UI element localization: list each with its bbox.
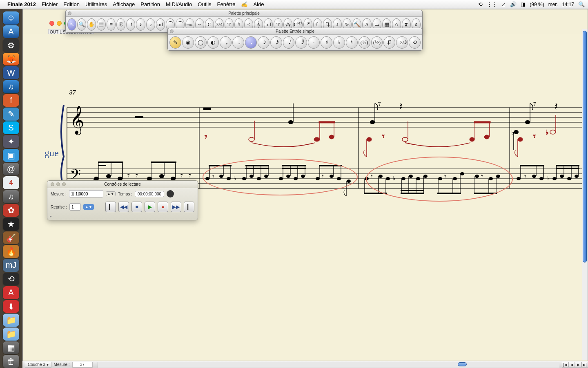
palette-main-title[interactable]: Palette principale bbox=[66, 10, 422, 17]
main-tool-4[interactable]: ≡ bbox=[107, 18, 116, 31]
rewind-button[interactable]: ◀◀ bbox=[118, 202, 129, 212]
simple-tool-15[interactable]: (½) bbox=[359, 36, 370, 49]
palette-simple-title[interactable]: Palette Entrée simple bbox=[168, 28, 422, 35]
palette-simple-close-icon[interactable] bbox=[170, 29, 174, 33]
menu-aide[interactable]: Aide bbox=[253, 1, 264, 7]
dock-app-6[interactable]: ▦ bbox=[3, 341, 19, 355]
simple-tool-13[interactable]: ♭ bbox=[333, 36, 345, 49]
simple-tool-5[interactable]: 𝅗𝅥 bbox=[232, 36, 244, 49]
hscroll-thumb[interactable] bbox=[458, 362, 467, 366]
main-tool-9[interactable]: mf bbox=[156, 18, 165, 31]
simple-tool-17[interactable]: ⇵ bbox=[383, 36, 395, 49]
clock-icon[interactable] bbox=[167, 190, 174, 197]
main-tool-6[interactable]: 𝄽 bbox=[126, 18, 135, 31]
dock-folder-1[interactable]: 📁 bbox=[3, 314, 19, 327]
menu-edition[interactable]: Edition bbox=[63, 1, 80, 7]
simple-tool-19[interactable]: ⟲ bbox=[409, 36, 421, 49]
dock-firefox[interactable]: 🦊 bbox=[3, 53, 19, 66]
main-tool-3[interactable]: 𝄚 bbox=[97, 18, 106, 31]
simple-tool-11[interactable]: · bbox=[308, 36, 320, 49]
playback-close-icon[interactable] bbox=[51, 182, 54, 186]
dock-musescore[interactable]: mJ bbox=[3, 259, 19, 272]
record-button[interactable]: ● bbox=[158, 202, 168, 212]
simple-tool-18[interactable]: 3/𝅘𝅥𝅮 bbox=[396, 36, 408, 49]
menu-fichier[interactable]: Fichier bbox=[42, 1, 58, 7]
wifi-icon[interactable]: ⊿ bbox=[501, 1, 506, 7]
window-close-icon[interactable] bbox=[49, 21, 54, 26]
dock-contacts[interactable]: @ bbox=[3, 163, 19, 176]
measure-input[interactable] bbox=[69, 190, 103, 197]
dock-acrobat[interactable]: A bbox=[3, 286, 19, 299]
status-measure-value[interactable]: 37 bbox=[72, 362, 93, 368]
main-tool-8[interactable]: 𝆔 bbox=[146, 18, 155, 31]
menu-script[interactable]: ✍ bbox=[241, 1, 247, 7]
dock-safari[interactable]: ✦ bbox=[3, 135, 19, 148]
dock-word[interactable]: W bbox=[3, 66, 19, 79]
page-prev-icon[interactable]: ◀ bbox=[568, 362, 575, 368]
playback-min-icon[interactable] bbox=[56, 182, 60, 186]
to-end-button[interactable]: ▎ bbox=[184, 202, 194, 212]
dock-photo[interactable]: ✿ bbox=[3, 204, 19, 217]
playback-title[interactable]: Contrôles de lecture bbox=[47, 181, 198, 188]
simple-tool-12[interactable]: ♯ bbox=[321, 36, 332, 49]
main-tool-2[interactable]: ✋ bbox=[87, 18, 96, 31]
dock-finale[interactable]: f bbox=[3, 94, 19, 107]
menu-fenetre[interactable]: Fenêtre bbox=[217, 1, 236, 7]
simple-tool-3[interactable]: ◐ bbox=[207, 36, 219, 49]
simple-tool-1[interactable]: ◉ bbox=[182, 36, 194, 49]
dock-calendar[interactable]: 4 bbox=[3, 176, 19, 189]
palette-main-close-icon[interactable] bbox=[68, 11, 71, 15]
dock-app-1[interactable]: ✎ bbox=[3, 108, 19, 121]
main-tool-1[interactable]: 🔍 bbox=[77, 18, 86, 31]
menu-affichage[interactable]: Affichage bbox=[113, 1, 135, 7]
dock-settings[interactable]: ⚙ bbox=[3, 39, 19, 52]
to-start-button[interactable]: ▎ bbox=[105, 202, 116, 212]
playback-controls[interactable]: Contrôles de lecture Mesure : ▲▼ Temps :… bbox=[47, 180, 198, 220]
dock-app-4[interactable]: 🎸 bbox=[3, 231, 19, 245]
simple-tool-7[interactable]: 𝅘𝅥𝅮 bbox=[258, 36, 270, 49]
simple-tool-9[interactable]: 𝅘𝅥𝅰 bbox=[283, 36, 295, 49]
palette-simple[interactable]: Palette Entrée simple ✎◉|◯|◐𝅗𝅗𝅥𝅘𝅥𝅘𝅥𝅮𝅘𝅥𝅯𝅘… bbox=[167, 28, 423, 51]
dock-finder[interactable]: ☺ bbox=[3, 11, 19, 25]
window-minimize-icon[interactable] bbox=[57, 21, 62, 26]
battery-icon[interactable]: ◨ bbox=[521, 1, 526, 7]
dock-skype[interactable]: S bbox=[3, 121, 19, 135]
spotlight-icon[interactable]: 🔍 bbox=[578, 1, 585, 7]
menu-midi-audio[interactable]: MIDI/Audio bbox=[166, 1, 192, 7]
page-next-icon[interactable]: ▶ bbox=[575, 362, 581, 368]
volume-icon[interactable]: 🔊 bbox=[510, 1, 517, 7]
dock-itunes[interactable]: ♫ bbox=[3, 80, 19, 93]
dock-trash[interactable]: 🗑 bbox=[3, 355, 19, 368]
simple-tool-2[interactable]: |◯| bbox=[195, 36, 207, 49]
reprise-input[interactable] bbox=[69, 203, 81, 211]
dock-app-3[interactable]: ★ bbox=[3, 218, 19, 231]
simple-tool-10[interactable]: 𝅘𝅥𝅱 bbox=[295, 36, 307, 49]
simple-tool-8[interactable]: 𝅘𝅥𝅯 bbox=[270, 36, 282, 49]
vertical-scrollbar[interactable] bbox=[582, 29, 588, 360]
clock-history-icon[interactable]: ⟲ bbox=[478, 1, 483, 7]
vscroll-thumb[interactable] bbox=[583, 31, 587, 263]
simple-tool-6[interactable]: 𝅘𝅥 bbox=[245, 36, 257, 49]
page-first-icon[interactable]: |◀ bbox=[562, 362, 568, 368]
main-tool-0[interactable]: ↖ bbox=[67, 18, 76, 31]
menubar-time[interactable]: 14:17 bbox=[562, 2, 574, 7]
main-tool-5[interactable]: 𝄡 bbox=[116, 18, 125, 31]
dock-app-5[interactable]: 🔥 bbox=[3, 245, 19, 258]
horizontal-scrollbar[interactable] bbox=[98, 362, 560, 368]
menubar-date[interactable]: mer. bbox=[548, 2, 558, 7]
menu-outils[interactable]: Outils bbox=[198, 1, 211, 7]
menu-partition[interactable]: Partition bbox=[140, 1, 160, 7]
simple-tool-0[interactable]: ✎ bbox=[169, 36, 181, 49]
dock-timemachine[interactable]: ⟲ bbox=[3, 273, 19, 286]
dock-folder-2[interactable]: 📁 bbox=[3, 328, 19, 341]
dock-facetime[interactable]: ▣ bbox=[3, 149, 19, 162]
simple-tool-4[interactable]: 𝅗 bbox=[220, 36, 232, 49]
simple-tool-14[interactable]: ♮ bbox=[346, 36, 358, 49]
layer-dropdown[interactable]: Couche 3 ▾ bbox=[25, 362, 51, 368]
menu-utilitaires[interactable]: Utilitaires bbox=[85, 1, 107, 7]
measure-stepper[interactable]: ▲▼ bbox=[106, 191, 116, 196]
playback-zoom-icon[interactable] bbox=[62, 182, 66, 186]
reprise-stepper[interactable]: ▲▼ bbox=[83, 204, 94, 210]
bluetooth-icon[interactable]: ⋮⋮ bbox=[487, 1, 497, 7]
dock-appstore[interactable]: A bbox=[3, 25, 19, 38]
